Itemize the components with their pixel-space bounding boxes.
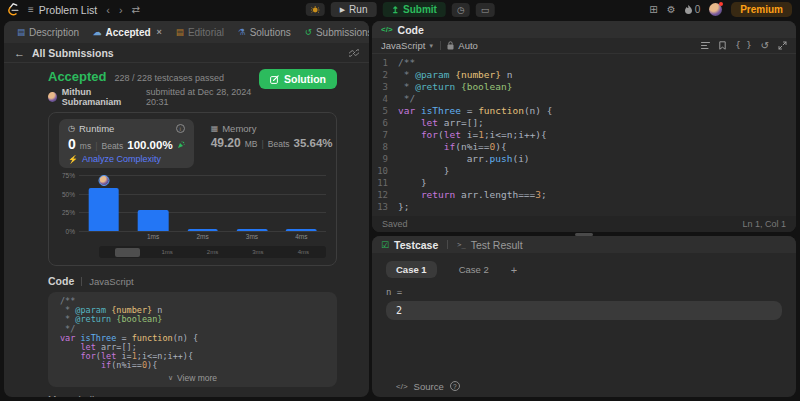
lock-icon xyxy=(447,41,454,50)
runtime-stat-box[interactable]: ◷ Runtime i 0 ms | Beats 100.00% xyxy=(59,119,194,168)
code-tab-label[interactable]: Code xyxy=(398,24,424,36)
submissions-history-icon: ↺ xyxy=(305,28,312,37)
case-tab-bar: Case 1Case 2+ xyxy=(386,261,782,278)
code-text: if(n%i==0){ xyxy=(60,360,157,370)
runtime-bar-0ms[interactable] xyxy=(88,188,119,231)
chart-ytick-label: 75% xyxy=(59,172,75,179)
testcase-panel-header: ☑ Testcase >_ Test Result xyxy=(372,236,796,253)
chart-brush-track[interactable]: 1ms2ms3ms4ms xyxy=(99,246,326,258)
chart-bar-slot xyxy=(227,175,276,231)
chart-gridline xyxy=(79,231,326,232)
submitted-code-snippet[interactable]: /** * @param {number} n * @return {boole… xyxy=(48,292,337,387)
code-line: 1/** xyxy=(372,57,796,69)
line-number: 12 xyxy=(372,189,398,201)
timer-icon[interactable]: ◷ xyxy=(452,3,470,17)
author-name[interactable]: Mithun Subramaniam xyxy=(62,87,141,107)
runtime-bar-4ms[interactable] xyxy=(286,229,317,231)
braces-icon[interactable]: { } xyxy=(735,41,751,50)
code-line: 13}; xyxy=(372,201,796,213)
runtime-clock-icon: ◷ xyxy=(68,124,75,133)
runtime-bar-2ms[interactable] xyxy=(187,229,218,231)
bookmark-icon[interactable] xyxy=(719,41,726,50)
line-number: 3 xyxy=(372,81,398,93)
runtime-info-icon[interactable]: i xyxy=(176,124,185,133)
chart-xtick-label: 3ms xyxy=(227,233,276,244)
leetcode-logo-icon[interactable] xyxy=(8,3,19,16)
code-line: * @return {boolean} xyxy=(60,315,325,324)
param-value-input[interactable]: 2 xyxy=(386,301,782,320)
help-question-icon[interactable]: ? xyxy=(450,381,460,391)
tab-accepted[interactable]: ☁ Accepted × xyxy=(86,21,169,43)
format-code-icon[interactable] xyxy=(701,41,710,50)
divider: | xyxy=(261,139,263,149)
code-line: if(n%i==0){ xyxy=(60,361,325,370)
code-editor-content[interactable]: 1/**2 * @param {number} n3 * @return {bo… xyxy=(372,54,796,216)
testcases-passed: 228 / 228 testcases passed xyxy=(115,73,225,83)
brush-tick-label: 4ms xyxy=(298,249,309,255)
code-line: 6 let arr=[]; xyxy=(372,117,796,129)
chart-xtick-label: 1ms xyxy=(128,233,177,244)
chart-ytick-label: 50% xyxy=(59,190,75,197)
runtime-bar-3ms[interactable] xyxy=(237,229,268,231)
tab-submissions[interactable]: ↺ Submissions xyxy=(298,21,369,43)
auto-mode-toggle[interactable]: Auto xyxy=(447,40,478,51)
view-more-button[interactable]: ∨ View more xyxy=(60,373,325,383)
code-text: * @param {number} n xyxy=(398,69,512,81)
language-selector[interactable]: JavaScript ▼ xyxy=(381,40,434,51)
runtime-beats-label: Beats xyxy=(101,141,123,151)
editor-toolbar: JavaScript ▼ Auto { } ↺ xyxy=(372,38,796,54)
chart-bar-slot xyxy=(128,175,177,231)
notes-icon[interactable]: ▭ xyxy=(476,3,495,17)
code-line: 7 for(let i=1;i<=n;i++){ xyxy=(372,129,796,141)
tab-editorial-label: Editorial xyxy=(188,27,224,38)
source-label[interactable]: Source xyxy=(414,381,444,392)
chart-brush-handle[interactable] xyxy=(115,248,140,257)
premium-button[interactable]: Premium xyxy=(731,2,792,17)
memory-chip-icon: ▦ xyxy=(211,124,219,133)
test-result-tab[interactable]: Test Result xyxy=(471,239,523,251)
memory-value: 49.20 xyxy=(211,136,241,150)
layout-switcher-icon[interactable]: ⊞ xyxy=(649,5,657,15)
runtime-bar-1ms[interactable] xyxy=(138,210,169,231)
next-problem-icon[interactable]: › xyxy=(119,4,123,16)
post-solution-button[interactable]: Solution xyxy=(259,69,337,89)
fullscreen-expand-icon[interactable] xyxy=(778,41,787,50)
memory-stat-box[interactable]: ▦ Memory 49.20 MB | Beats 35.64% xyxy=(202,119,342,168)
close-tab-icon[interactable]: × xyxy=(157,27,162,37)
problem-list-button[interactable]: ≡ Problem List xyxy=(28,4,97,16)
line-number: 10 xyxy=(372,165,398,177)
back-arrow-icon[interactable]: ← xyxy=(14,47,25,59)
add-case-button[interactable]: + xyxy=(511,264,517,276)
reset-code-icon[interactable]: ↺ xyxy=(761,41,769,51)
submit-button[interactable]: ↥ Submit xyxy=(382,2,445,17)
debugger-bug-icon[interactable] xyxy=(306,3,325,16)
case-tab-2[interactable]: Case 2 xyxy=(449,261,499,278)
divider xyxy=(447,240,448,249)
daily-streak-indicator[interactable]: 0 xyxy=(685,4,701,15)
prev-problem-icon[interactable]: ‹ xyxy=(106,4,110,16)
author-avatar xyxy=(48,92,57,102)
user-avatar[interactable] xyxy=(709,3,722,16)
tab-editorial[interactable]: ▤ Editorial xyxy=(169,21,231,43)
copy-link-icon[interactable] xyxy=(349,48,359,58)
random-problem-shuffle-icon[interactable]: ⇄ xyxy=(132,5,140,15)
chart-x-axis: 1ms2ms3ms4ms xyxy=(79,233,326,244)
code-tab-icon: </> xyxy=(381,25,393,34)
tab-solutions[interactable]: ⚗ Solutions xyxy=(231,21,298,43)
code-text: /** xyxy=(398,57,415,69)
testcase-footer: </> Source ? xyxy=(386,375,782,397)
chart-ytick-label: 0% xyxy=(59,228,75,235)
code-line: 5var isThree = function(n) { xyxy=(372,105,796,117)
brush-tick-label: 1ms xyxy=(161,249,172,255)
tab-description[interactable]: ▤ Description xyxy=(10,21,86,43)
analyze-complexity-link[interactable]: ⚡ Analyze Complexity xyxy=(68,154,185,164)
case-tab-1[interactable]: Case 1 xyxy=(386,261,437,278)
tab-submissions-label: Submissions xyxy=(316,27,369,38)
testcase-tab[interactable]: Testcase xyxy=(394,239,438,251)
solution-button-label: Solution xyxy=(284,73,326,85)
run-button[interactable]: ▶ Run xyxy=(331,2,377,17)
brush-tick-label: 3ms xyxy=(252,249,263,255)
run-play-icon: ▶ xyxy=(340,6,345,14)
chart-ytick-label: 25% xyxy=(59,209,75,216)
settings-gear-icon[interactable]: ⚙ xyxy=(667,5,676,15)
